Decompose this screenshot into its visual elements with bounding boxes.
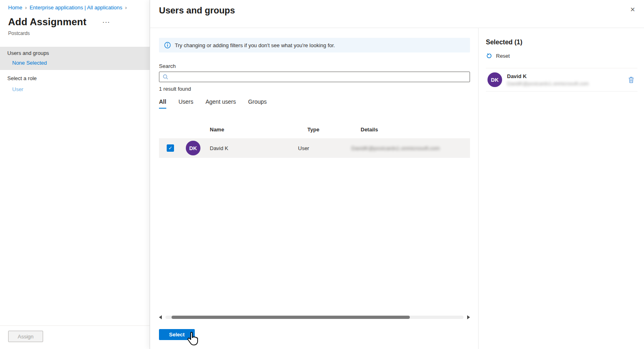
selected-panel: Selected (1) Reset DK David K DavidK@pos… (479, 28, 644, 349)
select-button[interactable]: Select (159, 329, 195, 340)
more-actions-button[interactable]: ··· (100, 19, 113, 26)
reset-label: Reset (496, 53, 510, 59)
tab-users[interactable]: Users (178, 98, 194, 109)
page-title: Add Assignment (8, 16, 87, 28)
search-box[interactable] (159, 72, 470, 82)
cell-details: DavidK@postcards1.onmicrosoft.com (351, 145, 470, 151)
select-a-role-section: Select a role User (0, 75, 150, 92)
column-header-name: Name (210, 127, 307, 133)
tab-groups[interactable]: Groups (248, 98, 267, 109)
avatar: DK (186, 141, 200, 155)
breadcrumb-separator: › (25, 5, 27, 11)
info-banner: Try changing or adding filters if you do… (159, 38, 470, 52)
selected-list-item: DK David K DavidK@postcards1.onmicrosoft… (486, 68, 637, 92)
flyout-title: Users and groups (150, 0, 644, 16)
page-subtitle: Postcards (0, 31, 150, 36)
search-label: Search (159, 63, 470, 69)
breadcrumb: Home › Enterprise applications | All app… (0, 0, 150, 11)
table-header: Name Type Details (159, 127, 470, 138)
breadcrumb-home-link[interactable]: Home (8, 4, 22, 11)
horizontal-scrollbar[interactable] (159, 314, 470, 321)
search-icon (163, 74, 168, 80)
assign-button[interactable]: Assign (8, 331, 43, 342)
column-header-type: Type (307, 127, 361, 133)
selected-title: Selected (1) (486, 39, 637, 46)
flyout-header: Users and groups × (150, 0, 644, 28)
role-user-link[interactable]: User (12, 86, 150, 92)
info-icon (164, 42, 171, 48)
pivot-tabs: All Users Agent users Groups (159, 98, 470, 109)
scrollbar-track[interactable] (165, 316, 463, 319)
scroll-left-arrow-icon[interactable] (159, 315, 162, 319)
select-a-role-label: Select a role (7, 75, 150, 81)
selected-user-email: DavidK@postcards1.onmicrosoft.com (507, 81, 623, 87)
column-header-details: Details (361, 127, 470, 133)
none-selected-link[interactable]: None Selected (12, 60, 150, 66)
users-and-groups-label: Users and groups (7, 50, 150, 56)
cell-name: David K (210, 145, 298, 151)
row-checkbox[interactable]: ✓ (167, 144, 174, 152)
left-footer: Assign (0, 325, 150, 349)
cell-type: User (298, 145, 351, 151)
info-banner-text: Try changing or adding filters if you do… (175, 42, 335, 48)
users-and-groups-flyout: Users and groups × Try changing or addin… (150, 0, 644, 349)
close-icon[interactable]: × (628, 5, 637, 14)
result-count: 1 result found (159, 86, 470, 92)
scroll-right-arrow-icon[interactable] (467, 315, 470, 319)
breadcrumb-enterprise-apps-link[interactable]: Enterprise applications | All applicatio… (30, 4, 122, 11)
search-input[interactable] (171, 74, 466, 81)
reset-undo-icon (486, 52, 492, 59)
selected-user-name: David K (507, 73, 623, 79)
avatar: DK (487, 72, 502, 87)
users-and-groups-section[interactable]: Users and groups None Selected (0, 47, 150, 70)
table-row[interactable]: ✓ DK David K User DavidK@postcards1.onmi… (159, 138, 470, 158)
scrollbar-thumb[interactable] (172, 316, 410, 319)
picker-footer: Select (159, 326, 470, 349)
remove-trash-icon[interactable] (628, 76, 634, 83)
picker-main-column: Try changing or adding filters if you do… (150, 28, 479, 349)
reset-button[interactable]: Reset (486, 52, 510, 59)
tab-agent-users[interactable]: Agent users (205, 98, 236, 109)
breadcrumb-separator: › (125, 5, 127, 11)
tab-all[interactable]: All (159, 98, 166, 109)
add-assignment-page: Home › Enterprise applications | All app… (0, 0, 150, 349)
